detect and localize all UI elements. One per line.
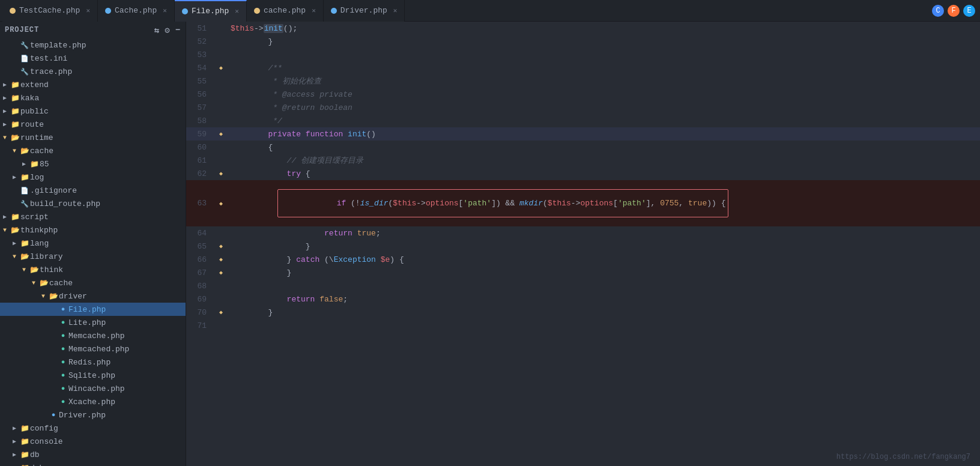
minimize-icon[interactable]: −	[175, 25, 181, 35]
gutter	[216, 22, 226, 35]
sidebar-item-85[interactable]: ▶ 📁 85	[0, 157, 186, 171]
sidebar-item-xcache[interactable]: ● Xcache.php	[0, 395, 186, 408]
tab-driver[interactable]: Driver.php ✕	[324, 0, 405, 22]
sidebar-item-label-extend: extend	[20, 80, 49, 89]
sidebar-item-lite-php[interactable]: ● Lite.php	[0, 316, 186, 329]
sidebar[interactable]: Project ⇆ ⚙ − 🔧 template.php 📄 test.ini	[0, 22, 186, 466]
sidebar-item-memcached[interactable]: ● Memcached.php	[0, 342, 186, 356]
file-ini-icon: 📄	[19, 55, 30, 62]
sidebar-item-label-console: console	[30, 437, 63, 446]
gutter	[216, 88, 226, 101]
sidebar-item-cache-folder[interactable]: ▼ 📂 cache	[0, 144, 186, 157]
settings-icon[interactable]: ⚙	[165, 25, 170, 35]
file-git-icon: 📄	[19, 187, 30, 195]
sidebar-item-testini[interactable]: 📄 test.ini	[0, 52, 186, 65]
code-table: 51 $this->init(); 52 } 53 54 ◆	[186, 22, 980, 332]
sidebar-item-build-route[interactable]: 🔧 build_route.php	[0, 197, 186, 210]
line-number: 54	[186, 61, 216, 74]
gutter: ◆	[216, 61, 226, 74]
tab-close-file[interactable]: ✕	[235, 7, 239, 15]
project-label: Project	[5, 26, 39, 34]
line-number: 69	[186, 292, 216, 306]
sidebar-item-driver-php[interactable]: ● Driver.php	[0, 408, 186, 422]
file-blue-icon: ●	[58, 306, 68, 313]
collapse-all-icon[interactable]: ⇆	[154, 25, 160, 35]
tab-testcache[interactable]: TestCache.php ✕	[2, 0, 98, 22]
line-number: 60	[186, 141, 216, 154]
sidebar-item-extend[interactable]: ▶ 📁 extend	[0, 78, 186, 91]
folder-icon-extend: 📁	[10, 80, 20, 89]
file-green-icon-memcached: ●	[58, 345, 68, 353]
tab-bar: TestCache.php ✕ Cache.php ✕ File.php ✕ c…	[0, 0, 980, 22]
sidebar-item-label-route: route	[20, 120, 44, 129]
sidebar-item-wincache[interactable]: ● Wincache.php	[0, 382, 186, 395]
sidebar-item-route[interactable]: ▶ 📁 route	[0, 118, 186, 131]
tab-close-cache[interactable]: ✕	[163, 7, 167, 14]
sidebar-item-thinkphp[interactable]: ▼ 📂 thinkphp	[0, 223, 186, 237]
sidebar-item-sqlite[interactable]: ● Sqlite.php	[0, 369, 186, 382]
tab-close-driver[interactable]: ✕	[393, 7, 398, 14]
arrow-console: ▶	[10, 438, 19, 445]
sidebar-item-label-85: 85	[40, 160, 49, 169]
tab-icon-cachelower	[254, 8, 260, 14]
sidebar-item-driver-folder[interactable]: ▼ 📂 driver	[0, 289, 186, 303]
sidebar-item-memcache[interactable]: ● Memcache.php	[0, 329, 186, 342]
sidebar-item-cache-sub[interactable]: ▼ 📂 cache	[0, 276, 186, 289]
table-row: 71	[186, 319, 980, 332]
sidebar-item-library[interactable]: ▼ 📂 library	[0, 250, 186, 263]
gutter	[216, 35, 226, 48]
ie-icon[interactable]: E	[963, 5, 975, 17]
sidebar-item-label-think: think	[40, 265, 63, 274]
line-number: 57	[186, 101, 216, 114]
sidebar-item-think[interactable]: ▼ 📂 think	[0, 263, 186, 276]
sidebar-item-file-php[interactable]: ● File.php	[0, 303, 186, 316]
tab-cachelower[interactable]: cache.php ✕	[247, 0, 324, 22]
code-line: if (!is_dir($this->options['path']) && m…	[226, 180, 980, 226]
sidebar-item-public[interactable]: ▶ 📁 public	[0, 104, 186, 118]
sidebar-item-script[interactable]: ▶ 📁 script	[0, 210, 186, 223]
sidebar-item-log[interactable]: ▶ 📁 log	[0, 171, 186, 184]
table-row: 65 ◆ }	[186, 240, 980, 253]
sidebar-item-trace[interactable]: 🔧 trace.php	[0, 65, 186, 78]
sidebar-item-label-wincache: Wincache.php	[68, 384, 125, 393]
gutter	[216, 48, 226, 61]
gutter: ◆	[216, 240, 226, 253]
tab-cache[interactable]: Cache.php ✕	[98, 0, 175, 22]
line-number: 71	[186, 319, 216, 332]
table-row: 61 // 创建项目缓存目录	[186, 154, 980, 167]
tab-file[interactable]: File.php ✕	[175, 0, 247, 22]
sidebar-item-label-gitignore: .gitignore	[30, 186, 77, 195]
tab-close-testcache[interactable]: ✕	[86, 7, 90, 14]
tab-close-cachelower[interactable]: ✕	[312, 7, 316, 14]
sidebar-item-label-file-php: File.php	[68, 305, 106, 314]
sidebar-item-config[interactable]: ▶ 📁 config	[0, 422, 186, 435]
table-row: 64 return true;	[186, 226, 980, 240]
file-green-icon-xcache: ●	[58, 398, 68, 405]
table-row: 56 * @access private	[186, 88, 980, 101]
sidebar-item-console[interactable]: ▶ 📁 console	[0, 435, 186, 448]
sidebar-item-redis[interactable]: ● Redis.php	[0, 356, 186, 369]
sidebar-item-db[interactable]: ▶ 📁 db	[0, 448, 186, 461]
file-green-icon-redis: ●	[58, 359, 68, 366]
sidebar-item-runtime[interactable]: ▼ 📂 runtime	[0, 131, 186, 144]
folder-icon-log: 📁	[19, 173, 30, 182]
code-editor[interactable]: 51 $this->init(); 52 } 53 54 ◆	[186, 22, 980, 466]
code-line: } catch (\Exception $e) {	[226, 253, 980, 266]
code-line: // 创建项目缓存目录	[226, 154, 980, 167]
sidebar-item-template[interactable]: 🔧 template.php	[0, 38, 186, 52]
table-row: 68	[186, 279, 980, 292]
line-number: 56	[186, 88, 216, 101]
arrow-kaka: ▶	[0, 94, 10, 101]
gutter: ◆	[216, 266, 226, 279]
file-php-icon2: 🔧	[19, 68, 30, 76]
sidebar-item-label-db: db	[30, 450, 40, 459]
code-line	[226, 279, 980, 292]
chrome-icon[interactable]: C	[932, 5, 944, 17]
firefox-icon[interactable]: F	[948, 5, 960, 17]
sidebar-item-debug[interactable]: ▶ 📁 debug	[0, 461, 186, 466]
sidebar-item-kaka[interactable]: ▶ 📁 kaka	[0, 91, 186, 104]
sidebar-item-gitignore[interactable]: 📄 .gitignore	[0, 184, 186, 197]
sidebar-item-lang[interactable]: ▶ 📁 lang	[0, 237, 186, 250]
table-row: 63 ◆ if (!is_dir($this->options['path'])…	[186, 180, 980, 226]
table-row: 58 */	[186, 114, 980, 127]
